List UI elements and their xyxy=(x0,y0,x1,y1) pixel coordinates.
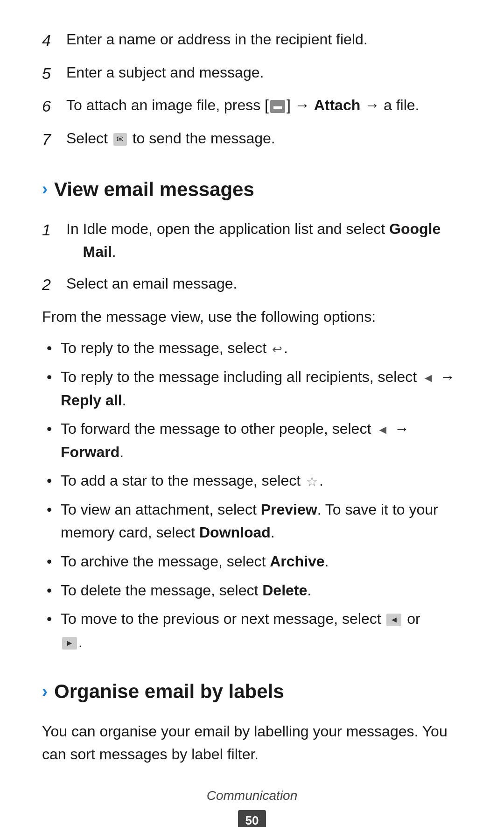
delete-bold: Delete xyxy=(262,582,307,599)
bullet-item-attachment: • To view an attachment, select Preview.… xyxy=(47,498,462,544)
bullet-content-archive: To archive the message, select Archive. xyxy=(61,550,462,573)
step-content-6: To attach an image file, press [▬] → Att… xyxy=(66,94,462,117)
bullet-dot: • xyxy=(47,337,61,360)
section1-step-number-2: 2 xyxy=(42,272,66,297)
bullet-item-reply-all: • To reply to the message including all … xyxy=(47,366,462,412)
bullet-content-attachment: To view an attachment, select Preview. T… xyxy=(61,498,462,544)
forward-icon: ◄ xyxy=(377,420,389,439)
bullet-item-forward: • To forward the message to other people… xyxy=(47,417,462,464)
section-heading-view-email: › View email messages xyxy=(42,174,462,205)
numbered-item-6: 6 To attach an image file, press [▬] → A… xyxy=(42,94,462,119)
section1-step-1: 1 In Idle mode, open the application lis… xyxy=(42,218,462,264)
step-number-4: 4 xyxy=(42,28,66,53)
bullet-content-reply-all: To reply to the message including all re… xyxy=(61,366,462,412)
attach-bold: Attach xyxy=(314,97,361,113)
bullet-dot: • xyxy=(47,417,61,441)
step-number-5: 5 xyxy=(42,61,66,86)
bullet-dot: • xyxy=(47,608,61,631)
step-content-7: Select ✉ to send the message. xyxy=(66,127,462,150)
section1-step-content-2: Select an email message. xyxy=(66,272,462,296)
bullet-dot: • xyxy=(47,579,61,602)
footer: Communication 50 xyxy=(42,785,462,827)
bullet-content-delete: To delete the message, select Delete. xyxy=(61,579,462,602)
footer-label: Communication xyxy=(42,785,462,806)
bullet-content-reply: To reply to the message, select ↩. xyxy=(61,337,462,360)
bullet-content-forward: To forward the message to other people, … xyxy=(61,417,462,464)
forward-bold: Forward xyxy=(61,444,119,460)
footer-page-number: 50 xyxy=(238,810,266,827)
preview-bold: Preview xyxy=(261,501,317,518)
menu-icon: ▬ xyxy=(270,100,285,113)
step-number-6: 6 xyxy=(42,94,66,119)
section-title-view-email: View email messages xyxy=(54,174,254,205)
reply-all-icon: ◄ xyxy=(422,368,434,387)
download-bold: Download xyxy=(199,524,271,541)
bullet-item-reply: • To reply to the message, select ↩. xyxy=(47,337,462,360)
section-title-organise: Organise email by labels xyxy=(54,676,284,707)
section1-step-number-1: 1 xyxy=(42,218,66,242)
next-icon: ► xyxy=(62,637,77,650)
organise-description: You can organise your email by labelling… xyxy=(42,720,462,766)
bullet-dot: • xyxy=(47,550,61,573)
options-intro: From the message view, use the following… xyxy=(42,305,462,329)
page-wrapper: 4 Enter a name or address in the recipie… xyxy=(42,28,462,827)
chevron-icon-1: › xyxy=(42,176,48,202)
section1-step-2: 2 Select an email message. xyxy=(42,272,462,297)
section-heading-organise: › Organise email by labels xyxy=(42,676,462,707)
google-mail-bold: Google Mail xyxy=(66,220,441,261)
prev-icon: ◄ xyxy=(386,614,401,626)
chevron-icon-2: › xyxy=(42,679,48,705)
star-icon: ☆ xyxy=(306,472,318,492)
bullet-dot: • xyxy=(47,469,61,493)
bullet-list: • To reply to the message, select ↩. • T… xyxy=(47,337,462,654)
bullet-content-navigate: To move to the previous or next message,… xyxy=(61,608,462,654)
send-icon: ✉ xyxy=(113,133,127,146)
archive-bold: Archive xyxy=(270,553,324,570)
step-content-5: Enter a subject and message. xyxy=(66,61,462,85)
bullet-item-delete: • To delete the message, select Delete. xyxy=(47,579,462,602)
step-content-4: Enter a name or address in the recipient… xyxy=(66,28,462,51)
reply-all-bold: Reply all xyxy=(61,392,122,409)
numbered-item-7: 7 Select ✉ to send the message. xyxy=(42,127,462,152)
bullet-item-star: • To add a star to the message, select ☆… xyxy=(47,469,462,493)
numbered-item-4: 4 Enter a name or address in the recipie… xyxy=(42,28,462,53)
bullet-dot: • xyxy=(47,498,61,522)
reply-icon: ↩ xyxy=(272,340,282,359)
bullet-content-star: To add a star to the message, select ☆. xyxy=(61,469,462,493)
step-number-7: 7 xyxy=(42,127,66,152)
bullet-item-navigate: • To move to the previous or next messag… xyxy=(47,608,462,654)
section1-step-content-1: In Idle mode, open the application list … xyxy=(66,218,462,264)
bullet-item-archive: • To archive the message, select Archive… xyxy=(47,550,462,573)
bullet-dot: • xyxy=(47,366,61,389)
numbered-item-5: 5 Enter a subject and message. xyxy=(42,61,462,86)
